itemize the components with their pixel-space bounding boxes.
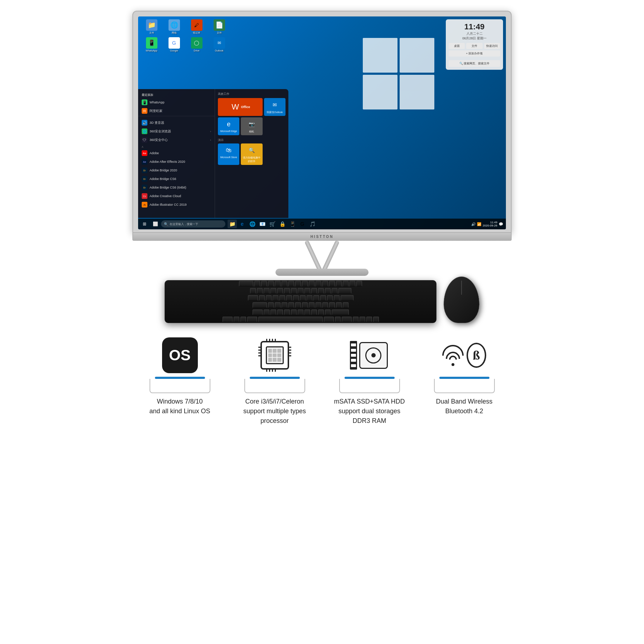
key-f11[interactable] [322, 281, 328, 287]
pinned-edge[interactable]: e Microsoft Edge [218, 117, 239, 135]
key-f[interactable] [288, 302, 294, 308]
key-down[interactable] [366, 317, 372, 322]
start-item-bridgecs6-64[interactable]: Br Adobe Bridge CS6 (64bit) [138, 183, 215, 192]
desktop-icon-circle[interactable]: ◯ Drive [187, 37, 206, 52]
key-alt-left[interactable] [247, 317, 257, 322]
start-item-alibaba[interactable]: 阿 阿里旺家 [138, 107, 215, 115]
key-space[interactable] [258, 317, 323, 322]
key-del[interactable] [343, 281, 348, 287]
key-f12[interactable] [329, 281, 335, 287]
key-tab[interactable] [248, 295, 258, 301]
panel-btn-desktop[interactable]: 桌面 [449, 43, 465, 49]
key-s[interactable] [275, 302, 280, 308]
key-1[interactable] [257, 288, 263, 294]
key-j[interactable] [309, 302, 314, 308]
key-right[interactable] [373, 317, 379, 322]
start-item-3d[interactable]: 🔊 3D 查音器 [138, 118, 215, 127]
key-capslock[interactable] [253, 302, 267, 308]
key-f1[interactable] [254, 281, 260, 287]
start-item-adobe[interactable]: Ae Adobe [138, 149, 215, 157]
key-up[interactable] [360, 317, 365, 322]
key-t[interactable] [286, 295, 292, 301]
start-item-bridge2020[interactable]: Br Adobe Bridge 2020 [138, 166, 215, 175]
key-shift-right[interactable] [332, 309, 349, 315]
tb-app-9[interactable]: 🎵 [308, 220, 317, 228]
desktop-icon-4[interactable]: 📄 文件 [209, 19, 229, 34]
desktop-icon-whatsapp[interactable]: 📱 WhatsApp [142, 37, 161, 52]
desktop-icon-2[interactable]: 🌐 网络 [164, 19, 184, 34]
key-g[interactable] [295, 302, 301, 308]
key-k[interactable] [316, 302, 321, 308]
key-home[interactable] [350, 281, 355, 287]
key-f9[interactable] [309, 281, 314, 287]
key-left[interactable] [353, 317, 358, 322]
key-quote[interactable] [336, 302, 342, 308]
key-minus[interactable] [325, 288, 331, 294]
pinned-unknown[interactable]: 📷 相机 [241, 117, 262, 135]
task-view-button[interactable]: ⬜ [150, 220, 160, 228]
key-2[interactable] [264, 288, 269, 294]
key-5[interactable] [284, 288, 290, 294]
desktop-icon-3[interactable]: 🖊 笔记本 [187, 19, 206, 34]
key-equals[interactable] [332, 288, 337, 294]
key-ins[interactable] [336, 281, 342, 287]
key-slash[interactable] [325, 309, 331, 315]
key-8[interactable] [304, 288, 310, 294]
start-item-whatsapp[interactable]: 📱 WhatsApp [138, 98, 215, 107]
key-enter[interactable] [341, 295, 353, 301]
pinned-outlook[interactable]: ✉ 我要找Outlook [264, 98, 286, 116]
key-p[interactable] [320, 295, 326, 301]
start-item-creative-cloud[interactable]: Cc Adobe Creative Cloud [138, 192, 215, 200]
panel-btn-file[interactable]: 文件 [466, 43, 482, 49]
key-f10[interactable] [316, 281, 321, 287]
key-f5[interactable] [282, 281, 287, 287]
key-9[interactable] [311, 288, 317, 294]
key-6[interactable] [291, 288, 297, 294]
tb-app-2[interactable]: e [238, 220, 247, 228]
key-menu[interactable] [335, 317, 341, 322]
key-y[interactable] [293, 295, 299, 301]
key-x[interactable] [270, 309, 276, 315]
key-fn[interactable] [234, 317, 239, 322]
key-z[interactable] [264, 309, 269, 315]
pinned-office[interactable]: W Office [218, 98, 263, 116]
start-button[interactable]: ⊞ [140, 220, 150, 228]
key-d[interactable] [282, 302, 287, 308]
tb-app-6[interactable]: 🔒 [278, 220, 287, 228]
desktop-icon-1[interactable]: 📁 文件 [142, 19, 161, 34]
key-7[interactable] [298, 288, 303, 294]
panel-btn-search[interactable]: 🔍 搜索网页、搜索文件 [449, 60, 500, 67]
tb-app-3[interactable]: 🌐 [248, 220, 257, 228]
key-comma[interactable] [311, 309, 317, 315]
key-r[interactable] [279, 295, 285, 301]
tb-app-5[interactable]: 🛒 [268, 220, 277, 228]
key-backtick[interactable] [250, 288, 256, 294]
taskbar-search[interactable]: 🔍 在这里输入，搜索一下 [161, 220, 225, 228]
key-f8[interactable] [302, 281, 308, 287]
key-c[interactable] [277, 309, 283, 315]
key-end[interactable] [356, 281, 362, 287]
key-i[interactable] [307, 295, 312, 301]
key-f2[interactable] [261, 281, 267, 287]
key-win[interactable] [240, 317, 246, 322]
start-item-bridgecs6[interactable]: Br Adobe Bridge CS6 [138, 175, 215, 183]
key-w[interactable] [266, 295, 272, 301]
tb-app-1[interactable]: 📁 [228, 220, 237, 228]
key-u[interactable] [300, 295, 306, 301]
key-f6[interactable] [288, 281, 294, 287]
key-a[interactable] [268, 302, 274, 308]
key-ctrl-right[interactable] [342, 317, 352, 322]
start-item-illustrator[interactable]: Ai Adobe Illustrator CC 2019 [138, 200, 215, 209]
panel-btn-fast[interactable]: 快速访问 [484, 43, 500, 49]
key-backspace[interactable] [338, 288, 351, 294]
key-semi[interactable] [329, 302, 335, 308]
key-0[interactable] [318, 288, 324, 294]
key-n[interactable] [298, 309, 303, 315]
key-period[interactable] [318, 309, 324, 315]
tb-app-7[interactable]: 📱 [288, 220, 297, 228]
tb-app-4[interactable]: 📧 [258, 220, 267, 228]
key-4[interactable] [277, 288, 283, 294]
key-m[interactable] [304, 309, 310, 315]
key-f4[interactable] [275, 281, 280, 287]
key-3[interactable] [270, 288, 276, 294]
